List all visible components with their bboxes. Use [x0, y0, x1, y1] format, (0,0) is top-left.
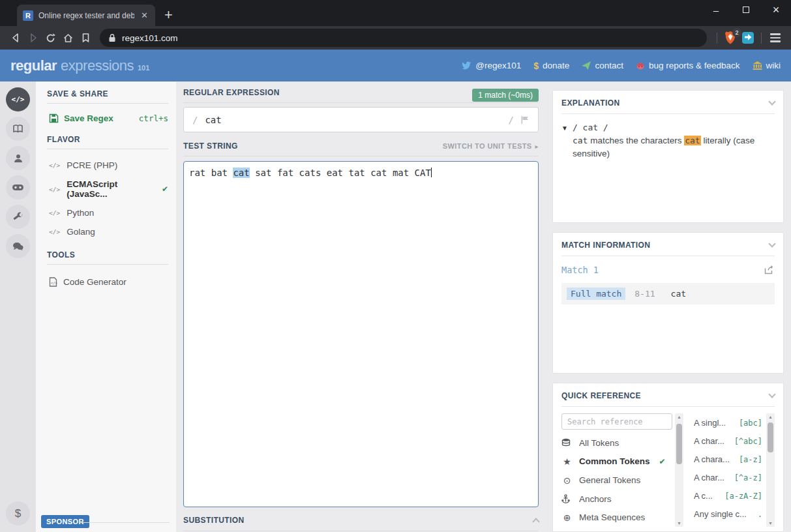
export-icon	[764, 265, 775, 274]
browser-toolbar: regex101.com 2	[0, 26, 791, 50]
scroll-up-icon[interactable]: ▲	[766, 415, 775, 419]
flavor-item-golang[interactable]: </> Golang	[47, 222, 168, 241]
site-logo[interactable]: regular expressions 101	[10, 57, 149, 74]
reference-item[interactable]: A char... [^abc]	[694, 432, 762, 450]
reload-icon	[45, 33, 56, 44]
bookmark-icon	[81, 33, 91, 43]
scroll-down-icon[interactable]: ▼	[675, 521, 683, 525]
nav-regex-tester[interactable]: </>	[6, 87, 30, 111]
contact-icon	[582, 61, 591, 70]
chevron-down-icon[interactable]	[768, 240, 775, 247]
nav-feedback[interactable]	[6, 234, 30, 258]
save-share-title: SAVE & SHARE	[47, 89, 168, 104]
reference-list-scrollbar[interactable]: ▲ ▼	[766, 413, 775, 527]
flavor-item-ecmascript[interactable]: </> ECMAScript (JavaSc... ✔	[47, 175, 168, 203]
extension-icon	[741, 31, 754, 44]
scroll-up-icon[interactable]: ▲	[675, 415, 683, 419]
main-column: REGULAR EXPRESSION 1 match (~0ms) / cat …	[176, 81, 552, 532]
browser-tab[interactable]: R Online regex tester and debugger: ✕	[17, 5, 155, 26]
save-regex-button[interactable]: Save Regex ctrl+s	[47, 104, 168, 135]
tool-item-code-generator[interactable]: </> Code Generator	[47, 273, 168, 291]
match-range: 8-11	[634, 289, 655, 299]
quick-reference-title: QUICK REFERENCE	[561, 391, 641, 400]
reference-item[interactable]: A c... [a-zA-Z]	[694, 486, 762, 505]
scrollbar-thumb[interactable]	[768, 422, 773, 452]
scroll-down-icon[interactable]: ▼	[766, 521, 775, 525]
token-category-general-tokens[interactable]: ⊙ General Tokens	[561, 471, 672, 490]
flavor-item-python[interactable]: </> Python	[47, 203, 168, 222]
forward-icon	[28, 33, 38, 43]
token-category-label: General Tokens	[579, 475, 640, 485]
browser-menu-button[interactable]	[766, 33, 784, 42]
logo-regular: regular	[10, 57, 57, 74]
bookmarks-button[interactable]	[77, 29, 95, 47]
token-category-common-tokens[interactable]: ★ Common Tokens ✔	[561, 452, 672, 471]
link-twitter[interactable]: @regex101	[462, 61, 521, 70]
link-label: contact	[595, 61, 623, 70]
token-category-label: Common Tokens	[579, 456, 650, 466]
match-label: Match 1	[561, 265, 599, 275]
save-icon	[49, 113, 59, 123]
substitution-title: SUBSTITUTION	[183, 516, 244, 525]
back-button[interactable]	[7, 29, 24, 47]
code-icon: </>	[49, 162, 60, 169]
window-close-button[interactable]: ×	[761, 0, 791, 20]
extension-button[interactable]	[739, 29, 756, 47]
token-category-anchors[interactable]: Anchors	[561, 490, 672, 508]
window-maximize-button[interactable]	[731, 0, 761, 20]
regex-pattern: cat	[205, 115, 508, 125]
brave-shield-button[interactable]: 2	[722, 29, 739, 46]
logo-expressions: expressions	[61, 57, 134, 74]
nav-library[interactable]	[6, 117, 30, 141]
lock-icon	[108, 33, 116, 42]
tree-expand-icon[interactable]: ▼	[561, 125, 568, 160]
flavor-item-pcre[interactable]: </> PCRE (PHP)	[47, 156, 168, 175]
quick-reference-panel: QUICK REFERENCE All Tokens	[552, 383, 784, 532]
chevron-up-icon[interactable]	[532, 518, 539, 525]
regex-flags-button[interactable]	[520, 115, 530, 125]
home-button[interactable]	[59, 29, 77, 47]
chevron-down-icon[interactable]	[768, 391, 775, 398]
lifebuoy-icon: ⊕	[561, 512, 573, 523]
test-string-before: rat bat	[189, 168, 233, 178]
tab-close-icon[interactable]: ✕	[140, 10, 149, 20]
nav-settings[interactable]	[6, 205, 30, 229]
token-category-meta-sequences[interactable]: ⊕ Meta Sequences	[561, 508, 672, 527]
link-wiki[interactable]: wiki	[753, 61, 781, 70]
url-bar[interactable]: regex101.com	[100, 29, 707, 47]
reference-code: [^a-z]	[734, 473, 762, 482]
reference-item[interactable]: Any single c... .	[694, 505, 762, 523]
new-tab-button[interactable]: +	[164, 8, 173, 22]
reload-button[interactable]	[42, 29, 59, 47]
link-contact[interactable]: contact	[582, 61, 623, 70]
regex-input[interactable]: / cat /	[183, 107, 539, 132]
link-donate[interactable]: $ donate	[533, 61, 569, 71]
tab-title: Online regex tester and debugger:	[38, 11, 134, 20]
nav-account[interactable]	[6, 146, 30, 170]
book-icon	[12, 124, 23, 134]
user-icon	[13, 153, 23, 164]
reference-search-input[interactable]	[561, 413, 672, 430]
nav-community[interactable]	[6, 175, 30, 200]
switch-to-unit-tests-button[interactable]: SWITCH TO UNIT TESTS ▸	[443, 142, 539, 150]
link-bug-reports[interactable]: bug reports & feedback	[636, 61, 740, 70]
token-category-all-tokens[interactable]: All Tokens	[561, 434, 672, 452]
token-list-scrollbar[interactable]: ▲ ▼	[675, 413, 683, 527]
chevron-down-icon[interactable]	[768, 98, 775, 105]
reference-item[interactable]: A singl... [abc]	[694, 413, 762, 432]
sponsor-badge[interactable]: SPONSOR	[41, 515, 89, 528]
nav-donate[interactable]: $	[6, 501, 30, 525]
sponsor-divider	[82, 522, 170, 523]
reference-code: [a-zA-Z]	[724, 492, 762, 501]
reference-item[interactable]: A char... [^a-z]	[694, 468, 762, 486]
export-matches-button[interactable]	[764, 265, 775, 274]
sidebar: SAVE & SHARE Save Regex ctrl+s FLAVOR </…	[36, 81, 176, 532]
twitter-icon	[462, 61, 471, 70]
forward-button[interactable]	[24, 29, 42, 47]
scrollbar-thumb[interactable]	[676, 424, 682, 464]
reference-item[interactable]: A chara... [a-z]	[694, 450, 762, 468]
explanation-text: cat matches the characters cat literally…	[573, 134, 768, 160]
window-minimize-button[interactable]: –	[701, 0, 731, 20]
test-string-input[interactable]: rat bat cat sat fat cats eat tat cat mat…	[183, 161, 539, 507]
flag-icon	[520, 115, 530, 125]
